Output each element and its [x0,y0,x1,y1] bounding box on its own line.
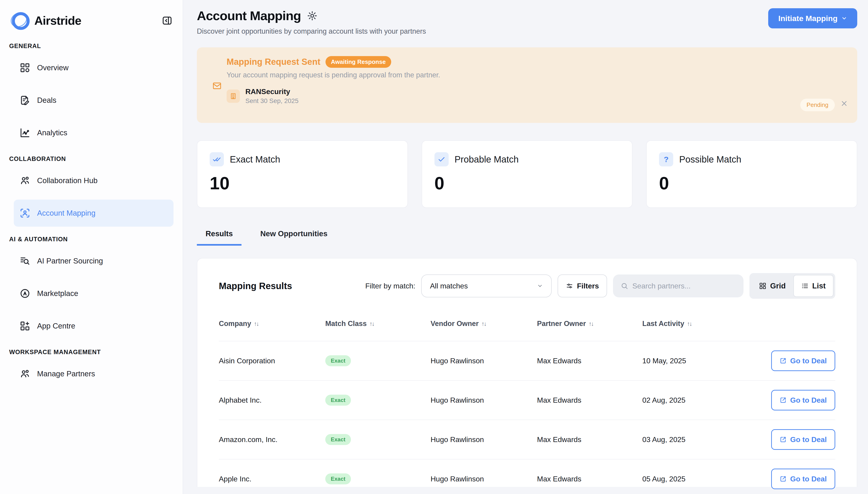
table-row: Amazon.com, Inc. Exact Hugo Rawlinson Ma… [219,420,835,459]
sidebar-collapse-icon[interactable] [161,14,174,27]
column-header-vendor-owner[interactable]: Vendor Owner↑↓ [430,320,537,328]
sidebar-item-label: App Centre [37,322,75,330]
sidebar-item-label: Marketplace [37,289,78,298]
table-row: Apple Inc. Exact Hugo Rawlinson Max Edwa… [219,459,835,494]
sidebar-item-overview[interactable]: Overview [14,54,174,81]
company-cell: Apple Inc. [219,475,325,483]
company-cell: Amazon.com, Inc. [219,435,325,444]
possible-match-card: ? Possible Match 0 [646,140,857,208]
go-to-deal-button[interactable]: Go to Deal [771,469,835,489]
sidebar-item-label: Collaboration Hub [37,176,97,185]
page-header: Account Mapping Discover joint opportuni… [197,8,857,36]
search-partners-box [613,274,744,297]
initiate-mapping-label: Initiate Mapping [778,14,837,23]
column-header-company[interactable]: Company↑↓ [219,320,325,328]
sidebar-item-collaboration-hub[interactable]: Collaboration Hub [14,167,174,194]
awaiting-response-badge: Awaiting Response [326,56,391,68]
panel-header: Mapping Results Filter by match: All mat… [219,259,835,299]
table-row: Aisin Corporation Exact Hugo Rawlinson M… [219,341,835,380]
grid-view-button[interactable]: Grid [751,275,793,297]
vendor-owner-cell: Hugo Rawlinson [430,396,537,404]
column-header-partner-owner[interactable]: Partner Owner↑↓ [537,320,642,328]
go-to-deal-button[interactable]: Go to Deal [771,390,835,411]
match-filter-value: All matches [430,282,468,290]
sidebar-item-label: Manage Partners [37,369,95,378]
airstride-logo-icon [9,10,31,32]
search-icon [621,282,628,289]
sidebar-item-ai-partner-sourcing[interactable]: AI Partner Sourcing [14,247,174,274]
brand-name: Airstride [34,14,81,27]
sidebar: Airstride GENERAL Overview Deals [0,0,183,494]
match-class-badge: Exact [325,473,351,484]
filters-button[interactable]: Filters [558,274,607,297]
sidebar-item-label: Analytics [37,129,67,137]
column-header-last-activity[interactable]: Last Activity↑↓ [642,320,757,328]
match-class-badge: Exact [325,434,351,445]
sidebar-item-label: Overview [37,63,69,72]
sidebar-item-manage-partners[interactable]: Manage Partners [14,360,174,387]
double-check-icon [210,152,224,167]
mapping-results-panel: Mapping Results Filter by match: All mat… [197,258,857,487]
sidebar-item-label: Deals [37,96,56,104]
settings-gear-icon[interactable] [307,11,317,21]
chevron-down-icon [537,283,543,289]
sort-icon: ↑↓ [254,320,258,327]
probable-match-card: Probable Match 0 [422,140,633,208]
match-stats-row: Exact Match 10 Probable Match 0 ? Possib… [197,140,857,208]
overview-grid-icon [20,62,30,73]
page-title: Account Mapping [197,8,301,23]
sidebar-item-app-centre[interactable]: App Centre [14,312,174,340]
filters-button-label: Filters [577,282,599,290]
nav-section-collaboration: COLLABORATION [9,155,174,163]
sort-icon: ↑↓ [687,320,692,327]
deals-document-icon [20,95,30,106]
partner-owner-cell: Max Edwards [537,396,642,404]
last-activity-cell: 02 Aug, 2025 [642,396,757,404]
sidebar-item-deals[interactable]: Deals [14,87,174,114]
list-view-button[interactable]: List [793,275,833,297]
sidebar-nav: GENERAL Overview Deals Analytics COLL [0,42,183,387]
tab-results[interactable]: Results [197,229,242,246]
page-subtitle: Discover joint opportunities by comparin… [197,27,426,36]
banner-close-icon[interactable] [841,100,848,107]
match-filter-select[interactable]: All matches [421,274,552,297]
list-view-label: List [812,282,826,290]
exact-match-card: Exact Match 10 [197,140,408,208]
last-activity-cell: 03 Aug, 2025 [642,435,757,444]
chevron-down-icon [841,15,847,21]
main-content: Account Mapping Discover joint opportuni… [183,0,868,494]
partner-owner-cell: Max Edwards [537,435,642,444]
go-to-deal-button[interactable]: Go to Deal [771,429,835,450]
banner-sent-date: Sent 30 Sep, 2025 [245,97,298,104]
partner-building-icon [227,90,240,103]
partner-owner-cell: Max Edwards [537,357,642,365]
tab-new-opportunities[interactable]: New Opportunities [252,229,336,246]
list-view-icon [801,282,809,289]
list-search-icon [20,256,30,266]
sort-icon: ↑↓ [589,320,593,327]
sidebar-item-account-mapping[interactable]: Account Mapping [14,200,174,227]
match-class-badge: Exact [325,355,351,366]
external-link-icon [780,357,787,364]
banner-title: Mapping Request Sent [227,57,321,67]
external-link-icon [780,397,787,403]
stat-label: Possible Match [679,154,741,165]
sliders-icon [566,282,573,289]
app-window: Airstride GENERAL Overview Deals [0,0,868,494]
last-activity-cell: 10 May, 2025 [642,357,757,365]
check-icon [435,152,449,167]
sidebar-item-marketplace[interactable]: Marketplace [14,280,174,307]
match-class-badge: Exact [325,395,351,406]
go-to-deal-button[interactable]: Go to Deal [771,350,835,371]
search-partners-input[interactable] [632,282,736,290]
initiate-mapping-button[interactable]: Initiate Mapping [768,8,857,28]
company-cell: Alphabet Inc. [219,396,325,404]
table-row: Alphabet Inc. Exact Hugo Rawlinson Max E… [219,380,835,420]
stat-label: Probable Match [455,154,519,165]
logo-row: Airstride [9,9,174,32]
sidebar-item-analytics[interactable]: Analytics [14,119,174,146]
sidebar-item-label: AI Partner Sourcing [37,256,103,265]
last-activity-cell: 05 Aug, 2025 [642,475,757,483]
column-header-match-class[interactable]: Match Class↑↓ [325,320,430,328]
vendor-owner-cell: Hugo Rawlinson [430,435,537,444]
